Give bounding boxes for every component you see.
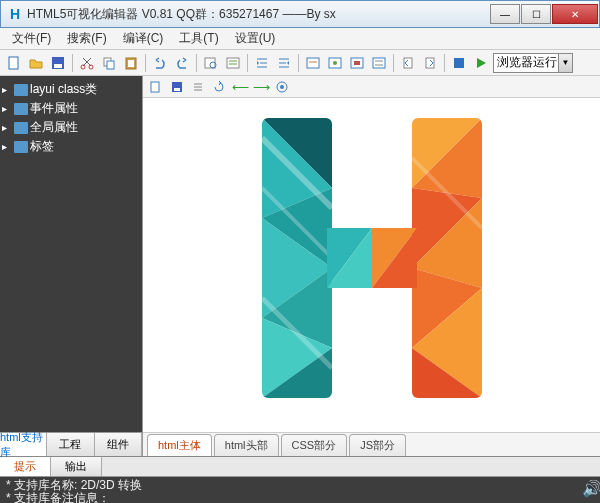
right-tab-css[interactable]: CSS部分 xyxy=(281,434,348,456)
bottom-tabstrip: 提示 输出 xyxy=(0,457,600,477)
find-icon[interactable] xyxy=(201,53,221,73)
console[interactable]: * 支持库名称: 2D/3D 转换 * 支持库备注信息： 官方支持库 xyxy=(0,477,580,503)
console-line: * 支持库备注信息： xyxy=(6,492,574,503)
right-tab-body[interactable]: html主体 xyxy=(147,434,212,456)
menu-compile[interactable]: 编译(C) xyxy=(115,28,172,49)
svg-rect-34 xyxy=(174,88,180,91)
expand-icon[interactable]: ▸ xyxy=(2,122,12,133)
app-icon: H xyxy=(7,6,23,22)
paste-icon[interactable] xyxy=(121,53,141,73)
tree-item-global[interactable]: ▸全局属性 xyxy=(2,118,140,137)
expand-icon[interactable]: ▸ xyxy=(2,141,12,152)
bottom-panel: 提示 输出 * 支持库名称: 2D/3D 转换 * 支持库备注信息： 官方支持库… xyxy=(0,456,600,503)
indent-right-icon[interactable] xyxy=(274,53,294,73)
expand-icon[interactable]: ▸ xyxy=(2,84,12,95)
svg-rect-0 xyxy=(9,57,18,69)
folder-icon xyxy=(14,103,28,115)
etb-refresh-icon[interactable] xyxy=(210,78,228,96)
svg-rect-26 xyxy=(373,58,385,68)
menu-settings[interactable]: 设置(U) xyxy=(227,28,284,49)
left-tab-component[interactable]: 组件 xyxy=(95,433,142,456)
folder-icon xyxy=(14,84,28,96)
menubar: 文件(F) 搜索(F) 编译(C) 工具(T) 设置(U) xyxy=(0,28,600,50)
h-logo-image xyxy=(212,98,532,418)
bottom-tab-hint[interactable]: 提示 xyxy=(0,457,51,476)
tree-label: 标签 xyxy=(30,138,54,155)
bottom-tab-output[interactable]: 输出 xyxy=(51,457,102,476)
menu-file[interactable]: 文件(F) xyxy=(4,28,59,49)
etb-target-icon[interactable] xyxy=(273,78,291,96)
run-icon[interactable] xyxy=(471,53,491,73)
tree-label: layui class类 xyxy=(30,81,97,98)
folder-icon xyxy=(14,122,28,134)
titlebar-text: HTML5可视化编辑器 V0.81 QQ群：635271467 ——By sx xyxy=(27,6,490,23)
expand-icon[interactable]: ▸ xyxy=(2,103,12,114)
folder-icon xyxy=(14,141,28,153)
redo-icon[interactable] xyxy=(172,53,192,73)
left-tab-project[interactable]: 工程 xyxy=(47,433,94,456)
tree-item-event[interactable]: ▸事件属性 xyxy=(2,99,140,118)
close-button[interactable]: ✕ xyxy=(552,4,598,24)
titlebar: H HTML5可视化编辑器 V0.81 QQ群：635271467 ——By s… xyxy=(0,0,600,28)
left-panel: ▸layui class类 ▸事件属性 ▸全局属性 ▸标签 html支持库 工程… xyxy=(0,76,142,456)
prev-marker-icon[interactable] xyxy=(398,53,418,73)
indent-left-icon[interactable] xyxy=(252,53,272,73)
menu-search[interactable]: 搜索(F) xyxy=(59,28,114,49)
tree-view[interactable]: ▸layui class类 ▸事件属性 ▸全局属性 ▸标签 xyxy=(0,76,142,432)
etb-save-icon[interactable] xyxy=(168,78,186,96)
new-file-icon[interactable] xyxy=(4,53,24,73)
minimize-button[interactable]: — xyxy=(490,4,520,24)
svg-point-23 xyxy=(333,61,337,65)
save-icon[interactable] xyxy=(48,53,68,73)
canvas[interactable] xyxy=(143,98,600,432)
etb-arrow-right-icon[interactable]: ⟶ xyxy=(252,78,270,96)
editor-toolbar: ⟵ ⟶ xyxy=(143,76,600,98)
menu-tools[interactable]: 工具(T) xyxy=(171,28,226,49)
next-marker-icon[interactable] xyxy=(420,53,440,73)
format-3-icon[interactable] xyxy=(347,53,367,73)
speaker-icon[interactable]: 🔊 xyxy=(580,477,600,503)
tree-label: 事件属性 xyxy=(30,100,78,117)
stop-icon[interactable] xyxy=(449,53,469,73)
format-2-icon[interactable] xyxy=(325,53,345,73)
svg-rect-11 xyxy=(227,58,239,68)
right-tab-head[interactable]: html头部 xyxy=(214,434,279,456)
svg-rect-31 xyxy=(454,58,464,68)
cut-icon[interactable] xyxy=(77,53,97,73)
run-mode-label: 浏览器运行 xyxy=(497,54,557,71)
tree-label: 全局属性 xyxy=(30,119,78,136)
undo-icon[interactable] xyxy=(150,53,170,73)
svg-point-39 xyxy=(280,85,284,89)
format-4-icon[interactable] xyxy=(369,53,389,73)
right-tabstrip: html主体 html头部 CSS部分 JS部分 xyxy=(143,432,600,456)
main-toolbar: 浏览器运行 ▼ xyxy=(0,50,600,76)
etb-arrow-left-icon[interactable]: ⟵ xyxy=(231,78,249,96)
svg-rect-20 xyxy=(307,58,319,68)
svg-rect-2 xyxy=(54,64,62,68)
list-icon[interactable] xyxy=(223,53,243,73)
tree-item-tags[interactable]: ▸标签 xyxy=(2,137,140,156)
format-1-icon[interactable] xyxy=(303,53,323,73)
run-mode-combo[interactable]: 浏览器运行 ▼ xyxy=(493,53,573,73)
editor-panel: ⟵ ⟶ xyxy=(142,76,600,456)
copy-icon[interactable] xyxy=(99,53,119,73)
combo-arrow-icon: ▼ xyxy=(558,54,572,72)
open-folder-icon[interactable] xyxy=(26,53,46,73)
svg-rect-25 xyxy=(354,61,360,65)
svg-rect-6 xyxy=(107,61,114,69)
left-tabstrip: html支持库 工程 组件 xyxy=(0,432,142,456)
tree-item-layui[interactable]: ▸layui class类 xyxy=(2,80,140,99)
svg-rect-8 xyxy=(128,60,134,67)
etb-list-icon[interactable] xyxy=(189,78,207,96)
left-tab-lib[interactable]: html支持库 xyxy=(0,433,47,456)
right-tab-js[interactable]: JS部分 xyxy=(349,434,406,456)
maximize-button[interactable]: ☐ xyxy=(521,4,551,24)
svg-rect-32 xyxy=(151,82,159,92)
etb-doc-icon[interactable] xyxy=(147,78,165,96)
